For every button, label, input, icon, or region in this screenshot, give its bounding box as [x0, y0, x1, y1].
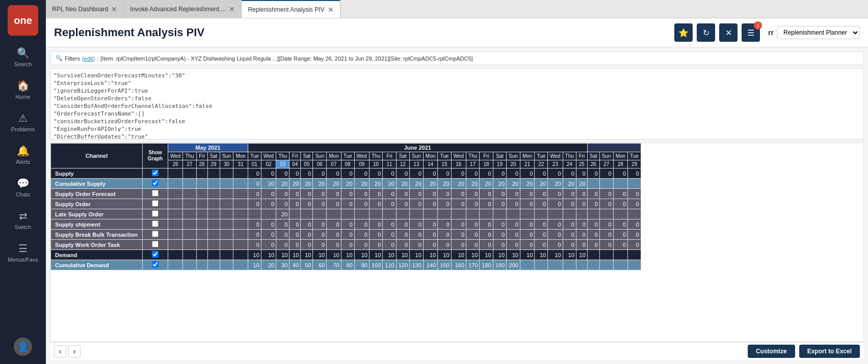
tab-close-rpl-neo[interactable]: ✕	[111, 5, 117, 13]
table-row: Supply Break Bulk Transaction00000000000…	[51, 230, 641, 240]
show-graph-cell[interactable]	[143, 169, 168, 179]
data-cell: 0	[313, 219, 327, 230]
tab-invoke[interactable]: Invoke Advanced Replenishment.... ✕	[124, 0, 242, 18]
data-cell: 0	[396, 189, 409, 199]
close-button[interactable]: ✕	[719, 23, 738, 42]
day-label: Mon	[423, 152, 437, 160]
data-cell: 0	[290, 240, 301, 250]
data-cell: 0	[613, 169, 627, 179]
prev-page-button[interactable]: ‹	[54, 345, 66, 357]
data-cell: 10	[341, 250, 354, 260]
show-graph-cell[interactable]	[143, 240, 168, 250]
show-graph-cell[interactable]	[143, 260, 168, 270]
sidebar-item-search[interactable]: 🔍 Search	[0, 41, 46, 73]
row-channel-label: Supply Break Bulk Transaction	[51, 230, 143, 240]
data-cell: 0	[383, 169, 396, 179]
data-cell: 0	[301, 230, 313, 240]
data-cell: 0	[341, 240, 354, 250]
data-cell	[248, 209, 261, 219]
data-cell: 0	[480, 219, 493, 230]
show-graph-cell[interactable]	[143, 179, 168, 189]
show-graph-checkbox[interactable]	[152, 200, 159, 207]
data-cell	[207, 189, 220, 199]
data-cell: 0	[383, 240, 396, 250]
data-cell	[233, 179, 248, 189]
sidebar-item-switch[interactable]: ⇄ Switch	[0, 204, 46, 236]
tab-close-invoke[interactable]: ✕	[229, 5, 235, 13]
data-cell	[183, 179, 196, 189]
show-graph-checkbox[interactable]	[152, 251, 159, 258]
data-cell: 0	[613, 240, 627, 250]
filters-text: [Item: rplCmpItem1(rplCompanyA) - XYZ Di…	[100, 55, 473, 62]
show-graph-cell[interactable]	[143, 189, 168, 199]
data-cell	[587, 250, 599, 260]
show-graph-checkbox[interactable]	[152, 180, 159, 186]
sidebar-item-user[interactable]: 👤	[0, 331, 46, 364]
data-cell	[183, 230, 196, 240]
data-cell: 0	[563, 189, 576, 199]
sidebar-item-menus[interactable]: ☰ Menus/Favs	[0, 236, 46, 269]
data-cell: 0	[301, 240, 313, 250]
data-cell: 0	[248, 230, 261, 240]
tab-close-replenishment[interactable]: ✕	[328, 6, 334, 14]
role-dropdown[interactable]: Replenishment Planner	[777, 26, 860, 39]
show-graph-checkbox[interactable]	[152, 220, 159, 227]
data-cell	[587, 260, 599, 270]
next-page-button[interactable]: ›	[68, 345, 81, 357]
sidebar-item-label: Search	[14, 61, 32, 67]
notification-badge-container: ☰ 1	[742, 23, 760, 42]
data-cell: 10	[423, 250, 437, 260]
data-cell: 0	[383, 199, 396, 209]
data-cell: 0	[587, 189, 599, 199]
show-graph-checkbox[interactable]	[152, 210, 159, 217]
data-cell: 0	[423, 230, 437, 240]
data-cell: 0	[341, 219, 354, 230]
day-label: Sun	[599, 152, 613, 160]
data-cell: 10	[396, 250, 409, 260]
main-content: RPL Neo Dashboard ✕ Invoke Advanced Repl…	[46, 0, 868, 364]
show-graph-cell[interactable]	[143, 209, 168, 219]
data-cell: 20	[261, 179, 276, 189]
data-cell: 10	[354, 250, 369, 260]
data-cell	[168, 199, 183, 209]
day-label: Wed	[548, 152, 563, 160]
customize-button[interactable]: Customize	[748, 345, 795, 358]
data-cell	[183, 169, 196, 179]
data-cell	[220, 189, 233, 199]
data-cell: 0	[261, 169, 276, 179]
data-cell: 0	[587, 230, 599, 240]
data-cell: 20	[438, 179, 451, 189]
show-graph-checkbox[interactable]	[152, 231, 159, 237]
refresh-button[interactable]: ↻	[697, 23, 715, 42]
show-graph-checkbox[interactable]	[152, 190, 159, 197]
sidebar-item-home[interactable]: 🏠 Home	[0, 73, 46, 106]
data-cell	[207, 260, 220, 270]
sidebar-item-problems[interactable]: ⚠ Problems	[0, 106, 46, 138]
data-table-container[interactable]: ChannelShowGraphMay 2021June 2021WedThuF…	[50, 143, 864, 342]
data-cell: 0	[290, 219, 301, 230]
sidebar-item-alerts[interactable]: 🔔 Alerts	[0, 138, 46, 171]
sidebar-item-label: Chats	[16, 191, 31, 198]
show-graph-cell[interactable]	[143, 219, 168, 230]
tab-rpl-neo[interactable]: RPL Neo Dashboard ✕	[46, 0, 124, 18]
show-graph-checkbox[interactable]	[152, 170, 159, 176]
export-button[interactable]: Export to Excel	[799, 345, 860, 358]
tab-replenishment-analysis[interactable]: Replenishment Analysis PIV ✕	[242, 0, 340, 18]
data-cell: 0	[628, 169, 641, 179]
show-graph-cell[interactable]	[143, 199, 168, 209]
sidebar-item-chats[interactable]: 💬 Chats	[0, 171, 46, 204]
show-graph-cell[interactable]	[143, 230, 168, 240]
data-cell	[233, 230, 248, 240]
data-cell: 0	[563, 219, 576, 230]
data-cell: 0	[248, 189, 261, 199]
star-button[interactable]: ⭐	[674, 23, 693, 42]
show-graph-checkbox[interactable]	[152, 241, 159, 247]
show-graph-cell[interactable]	[143, 250, 168, 260]
data-cell: 0	[451, 219, 466, 230]
data-cell: 10	[327, 250, 341, 260]
day-label: Thu	[276, 152, 290, 160]
data-cell	[354, 209, 369, 219]
show-graph-checkbox[interactable]	[152, 261, 159, 268]
filters-edit-link[interactable]: (edit)	[82, 55, 95, 62]
data-cell	[233, 169, 248, 179]
